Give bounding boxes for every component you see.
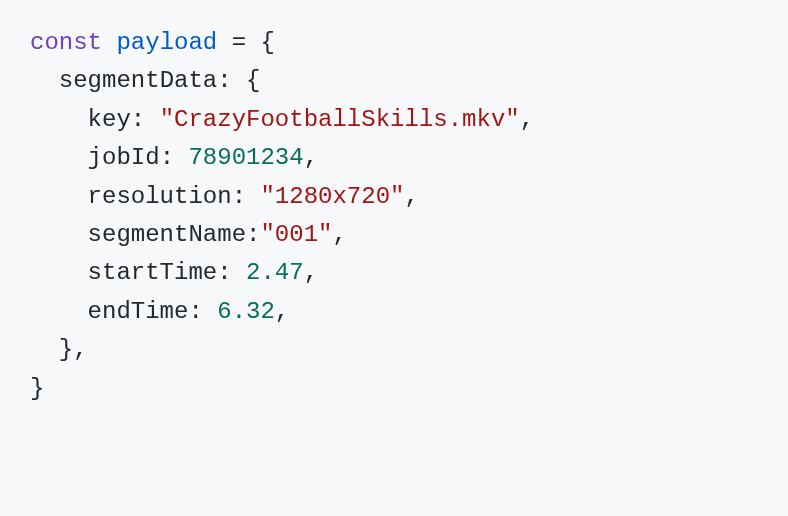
number-startTime-value: 2.47 xyxy=(246,259,304,286)
property-startTime: startTime xyxy=(88,259,218,286)
number-endTime-value: 6.32 xyxy=(217,298,275,325)
comma: , xyxy=(404,183,418,210)
code-snippet: const payload = { segmentData: { key: "C… xyxy=(30,24,758,408)
colon: : xyxy=(188,298,202,325)
brace-open: { xyxy=(260,29,274,56)
property-resolution: resolution xyxy=(88,183,232,210)
string-resolution-value: "1280x720" xyxy=(260,183,404,210)
property-segmentData: segmentData xyxy=(59,67,217,94)
property-jobId: jobId xyxy=(88,144,160,171)
comma: , xyxy=(304,144,318,171)
colon: : xyxy=(131,106,145,133)
number-jobId-value: 78901234 xyxy=(188,144,303,171)
colon: : xyxy=(217,67,231,94)
brace-open: { xyxy=(246,67,260,94)
string-key-value: "CrazyFootballSkills.mkv" xyxy=(160,106,520,133)
comma: , xyxy=(332,221,346,248)
colon: : xyxy=(217,259,231,286)
equals-operator: = xyxy=(232,29,246,56)
property-segmentName: segmentName xyxy=(88,221,246,248)
colon: : xyxy=(246,221,260,248)
string-segmentName-value: "001" xyxy=(260,221,332,248)
comma: , xyxy=(275,298,289,325)
keyword-const: const xyxy=(30,29,102,56)
comma: , xyxy=(73,336,87,363)
comma: , xyxy=(304,259,318,286)
colon: : xyxy=(232,183,246,210)
property-endTime: endTime xyxy=(88,298,189,325)
variable-payload: payload xyxy=(116,29,217,56)
comma: , xyxy=(520,106,534,133)
brace-close: } xyxy=(30,375,44,402)
colon: : xyxy=(160,144,174,171)
brace-close: } xyxy=(59,336,73,363)
property-key: key xyxy=(88,106,131,133)
